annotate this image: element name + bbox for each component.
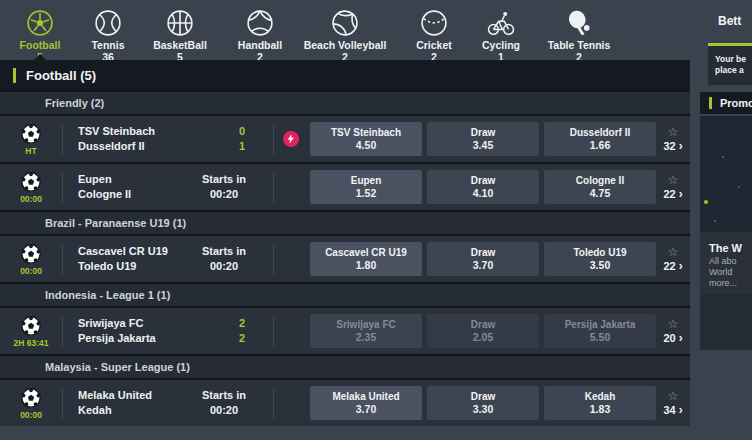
- chevron-right-icon: ›: [679, 331, 683, 345]
- nav-item-cycling[interactable]: Cycling 1: [474, 0, 528, 63]
- league-header[interactable]: Friendly (2): [0, 92, 690, 114]
- nav-item-table-tennis[interactable]: Table Tennis 2: [528, 0, 630, 63]
- promo-line-1: All abo: [709, 256, 752, 267]
- away-team: Cologne II: [78, 187, 175, 202]
- starts-time: 00:20: [210, 259, 238, 274]
- nav-label: Handball: [238, 39, 282, 51]
- odds-button-away[interactable]: Toledo U19 3.50: [544, 242, 656, 276]
- promo-line-3: more...: [709, 278, 752, 289]
- favorite-star-icon[interactable]: ☆: [668, 126, 679, 139]
- favorite-star-icon[interactable]: ☆: [668, 246, 679, 259]
- favorite-star-icon[interactable]: ☆: [668, 174, 679, 187]
- match-clock: 2H 63:41: [14, 338, 49, 348]
- nav-item-cricket[interactable]: Cricket 2: [394, 0, 474, 63]
- sport-cell: 00:00: [0, 387, 62, 420]
- home-team: Melaka United: [78, 388, 175, 403]
- odds-button-away[interactable]: Cologne II 4.75: [544, 170, 656, 204]
- promo-card[interactable]: The W All abo World more...: [700, 116, 752, 350]
- promo-line-2: World: [709, 267, 752, 278]
- starts-label: Starts in: [202, 172, 246, 187]
- odds-button-draw[interactable]: Draw 4.10: [427, 170, 539, 204]
- sport-cell: 00:00: [0, 243, 62, 276]
- home-score: 0: [239, 124, 245, 139]
- odds-button-home[interactable]: Melaka United 3.70: [310, 386, 422, 420]
- nav-label: Tennis: [91, 39, 124, 51]
- promotions-header-title: Promo: [720, 97, 752, 109]
- sports-nav: Football 5 Tennis 36 BasketBall 5: [0, 0, 752, 60]
- match-row[interactable]: 00:00 Cascavel CR U19 Toledo U19 Starts …: [0, 236, 690, 282]
- nav-item-beach-volleyball[interactable]: Beach Volleyball 2: [296, 0, 394, 63]
- match-clock: HT: [25, 146, 36, 156]
- nav-item-handball[interactable]: Handball 2: [224, 0, 296, 63]
- away-team: Persija Jakarta: [78, 331, 175, 346]
- match-row[interactable]: 00:00 Melaka United Kedah Starts in 00:2…: [0, 380, 690, 426]
- promo-image: [700, 116, 752, 232]
- favorite-star-icon[interactable]: ☆: [668, 318, 679, 331]
- league-header[interactable]: Brazil - Paranaense U19 (1): [0, 212, 690, 234]
- events-list: Football (5) Friendly (2) HT TSV Steinba…: [0, 60, 690, 426]
- divider: [273, 243, 274, 275]
- markets-count: 34: [663, 404, 675, 416]
- starts-label: Starts in: [202, 388, 246, 403]
- accent-bar: [709, 97, 712, 109]
- odds-button-home[interactable]: TSV Steinbach 4.50: [310, 122, 422, 156]
- cricket-icon: [420, 8, 448, 38]
- markets-cell[interactable]: ☆ 20›: [656, 318, 690, 345]
- home-team: Sriwijaya FC: [78, 316, 175, 331]
- home-team: Cascavel CR U19: [78, 244, 175, 259]
- match-row[interactable]: HT TSV Steinbach Dusseldorf II 0 1 TSV S…: [0, 116, 690, 162]
- soccer-ball-icon: [20, 123, 42, 145]
- league-header[interactable]: Indonesia - League 1 (1): [0, 284, 690, 306]
- odds-button-draw[interactable]: Draw 3.70: [427, 242, 539, 276]
- odds-button-home[interactable]: Sriwijaya FC 2.35: [310, 314, 422, 348]
- markets-cell[interactable]: ☆ 22›: [656, 246, 690, 273]
- teams: Melaka United Kedah: [63, 388, 175, 418]
- odds-group: Cascavel CR U19 1.80 Draw 3.70 Toledo U1…: [310, 242, 656, 276]
- chevron-right-icon: ›: [679, 187, 683, 201]
- teams: Sriwijaya FC Persija Jakarta: [63, 316, 175, 346]
- odds-group: Eupen 1.52 Draw 4.10 Cologne II 4.75: [310, 170, 656, 204]
- markets-cell[interactable]: ☆ 22›: [656, 174, 690, 201]
- markets-cell[interactable]: ☆ 34›: [656, 390, 690, 417]
- markets-cell[interactable]: ☆ 32›: [656, 126, 690, 153]
- odds-button-draw[interactable]: Draw 2.05: [427, 314, 539, 348]
- odds-button-away[interactable]: Kedah 1.83: [544, 386, 656, 420]
- odds-button-home[interactable]: Cascavel CR U19 1.80: [310, 242, 422, 276]
- nav-item-basketball[interactable]: BasketBall 5: [136, 0, 224, 63]
- away-team: Kedah: [78, 403, 175, 418]
- odds-button-away[interactable]: Persija Jakarta 5.50: [544, 314, 656, 348]
- odds-button-draw[interactable]: Draw 3.45: [427, 122, 539, 156]
- match-row[interactable]: 00:00 Eupen Cologne II Starts in 00:20 E…: [0, 164, 690, 210]
- sport-header-title: Football (5): [26, 68, 96, 83]
- chevron-right-icon: ›: [679, 403, 683, 417]
- sport-cell: 00:00: [0, 171, 62, 204]
- match-row[interactable]: 2H 63:41 Sriwijaya FC Persija Jakarta 2 …: [0, 308, 690, 354]
- markets-count: 32: [663, 140, 675, 152]
- live-cell: [274, 131, 308, 147]
- odds-group: Sriwijaya FC 2.35 Draw 2.05 Persija Jaka…: [310, 314, 656, 348]
- odds-group: Melaka United 3.70 Draw 3.30 Kedah 1.83: [310, 386, 656, 420]
- football-icon: [26, 8, 54, 38]
- away-score: 2: [239, 331, 245, 346]
- away-team: Dusseldorf II: [78, 139, 175, 154]
- chevron-right-icon: ›: [679, 139, 683, 153]
- odds-button-away[interactable]: Dusseldorf II 1.66: [544, 122, 656, 156]
- nav-item-tennis[interactable]: Tennis 36: [80, 0, 136, 63]
- starts-in: Starts in 00:20: [175, 388, 273, 418]
- league-header[interactable]: Malaysia - Super League (1): [0, 356, 690, 378]
- chevron-right-icon: ›: [679, 259, 683, 273]
- odds-button-home[interactable]: Eupen 1.52: [310, 170, 422, 204]
- beach-volleyball-icon: [331, 8, 359, 38]
- favorite-star-icon[interactable]: ☆: [668, 390, 679, 403]
- sport-cell: 2H 63:41: [0, 315, 62, 348]
- soccer-ball-icon: [20, 243, 42, 265]
- starts-label: Starts in: [202, 244, 246, 259]
- match-clock: 00:00: [20, 194, 42, 204]
- league-header-title: Friendly (2): [45, 97, 104, 109]
- nav-label: Cricket: [416, 39, 452, 51]
- home-score: 2: [239, 316, 245, 331]
- odds-group: TSV Steinbach 4.50 Draw 3.45 Dusseldorf …: [310, 122, 656, 156]
- accent-bar: [13, 68, 16, 83]
- teams: TSV Steinbach Dusseldorf II: [63, 124, 175, 154]
- odds-button-draw[interactable]: Draw 3.30: [427, 386, 539, 420]
